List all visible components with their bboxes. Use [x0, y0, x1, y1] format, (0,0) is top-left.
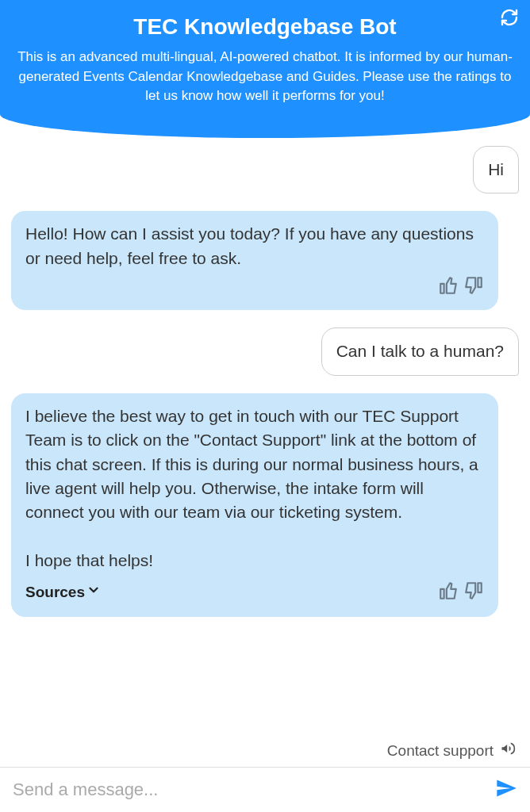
thumbs-down-icon[interactable] — [463, 275, 484, 296]
send-icon[interactable] — [495, 777, 517, 802]
thumbs-down-icon[interactable] — [463, 580, 484, 601]
message-input[interactable] — [13, 779, 487, 800]
message-list: Hi Hello! How can I assist you today? If… — [0, 138, 530, 733]
megaphone-icon[interactable] — [500, 741, 516, 760]
rating-controls — [438, 580, 484, 601]
message-text: I believe the best way to get in touch w… — [25, 404, 484, 573]
message-text: Hello! How can I assist you today? If yo… — [25, 222, 484, 270]
bot-bubble: Hello! How can I assist you today? If yo… — [11, 211, 498, 310]
thumbs-up-icon[interactable] — [438, 275, 459, 296]
message-text: Hi — [488, 160, 504, 178]
footer: Contact support — [0, 733, 530, 767]
contact-support-link[interactable]: Contact support — [387, 742, 494, 760]
bot-message-row: I believe the best way to get in touch w… — [11, 393, 519, 618]
chat-window: TEC Knowledgebase Bot This is an advance… — [0, 0, 530, 812]
user-message-row: Can I talk to a human? — [11, 327, 519, 375]
header-subtitle: This is an advanced multi-lingual, AI-po… — [11, 48, 519, 106]
sources-label: Sources — [25, 581, 85, 603]
rating-controls — [25, 275, 484, 296]
bot-message-row: Hello! How can I assist you today? If yo… — [11, 211, 519, 310]
user-message-row: Hi — [11, 146, 519, 193]
refresh-icon[interactable] — [500, 8, 519, 27]
input-bar — [0, 767, 530, 812]
chevron-down-icon — [86, 581, 101, 603]
chat-header: TEC Knowledgebase Bot This is an advance… — [0, 0, 530, 138]
user-bubble: Hi — [473, 146, 519, 193]
sources-toggle[interactable]: Sources — [25, 581, 101, 603]
user-bubble: Can I talk to a human? — [321, 327, 519, 375]
header-title: TEC Knowledgebase Bot — [11, 14, 519, 40]
message-text: Can I talk to a human? — [336, 342, 504, 360]
bot-bubble: I believe the best way to get in touch w… — [11, 393, 498, 618]
thumbs-up-icon[interactable] — [438, 580, 459, 601]
